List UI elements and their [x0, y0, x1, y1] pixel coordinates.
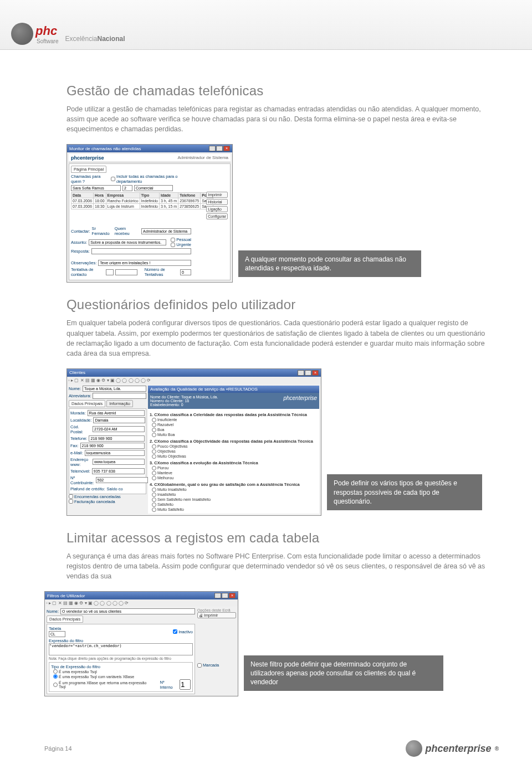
toolbar[interactable]: ◦ ▸ ▢ ✕ ▤ ▦ ◉ ⚙ ▾ ▣ ◯ ◯ ◯ ◯ ◯ ⟳ — [67, 377, 321, 384]
tabela-input[interactable] — [49, 631, 65, 637]
table-header: Data — [71, 193, 94, 198]
clients-window: Clientes _ □ × ◦ ▸ ▢ ✕ ▤ ▦ ◉ ⚙ ▾ ▣ ◯ ◯ ◯… — [66, 368, 321, 516]
expr-textarea[interactable]: "vendedor="+astr(m.ch_vendedor) — [49, 643, 193, 655]
contrib-input[interactable] — [96, 477, 148, 483]
answer-radio[interactable] — [152, 418, 156, 422]
answer-radio[interactable] — [152, 488, 156, 492]
url-input[interactable] — [93, 459, 145, 465]
close-button[interactable]: × — [312, 370, 319, 376]
close-button[interactable]: × — [229, 593, 236, 598]
person-input[interactable] — [71, 185, 121, 191]
table-header: Empresa — [106, 193, 140, 198]
chk-pessoal[interactable] — [171, 238, 175, 242]
chk-enc[interactable] — [69, 494, 73, 499]
side-button[interactable]: Imprimir — [206, 192, 228, 198]
radio-tsql-xbase[interactable] — [53, 674, 58, 679]
label-tentativa: Tentativa de contacto — [71, 267, 104, 277]
answer-radio[interactable] — [152, 466, 156, 470]
filter-name-input[interactable] — [60, 608, 195, 614]
footer-logo-icon — [406, 740, 422, 757]
label-quemrec: Quem recebeu — [115, 226, 140, 236]
email-input[interactable] — [85, 450, 145, 456]
filters-window: Filtros de Utilizador _ □ × ◦ ▸ ▢ ✕ ▤ ▦ … — [44, 591, 238, 696]
answer-radio[interactable] — [152, 493, 156, 497]
fax-input[interactable] — [80, 443, 145, 449]
footer-brand: phcenterprise — [426, 743, 492, 755]
answer-radio[interactable] — [152, 444, 156, 449]
table-header: Tipo — [140, 193, 159, 198]
answer-radio[interactable] — [152, 423, 156, 427]
close-button[interactable]: × — [223, 146, 230, 151]
tel-input[interactable] — [89, 435, 145, 442]
answer-radio[interactable] — [152, 498, 156, 502]
answer-radio[interactable] — [152, 503, 156, 507]
answer-radio[interactable] — [152, 476, 156, 480]
chk-fact[interactable] — [69, 499, 73, 504]
quemrec-input[interactable] — [141, 228, 191, 234]
assunto-input[interactable] — [89, 239, 166, 245]
radio-xbase-prog[interactable] — [53, 683, 58, 687]
window-titlebar[interactable]: Monitor de chamadas não atendidas _ □ × — [67, 145, 232, 152]
maximize-button[interactable]: □ — [305, 370, 311, 376]
numtent-input[interactable] — [180, 269, 191, 275]
resposta-input[interactable] — [91, 248, 191, 254]
question-title: 3. CXomo classifica a evolução da Assist… — [150, 460, 318, 465]
minimize-button[interactable]: _ — [209, 146, 216, 151]
section-1-title: Gestão de chamadas telefónicas — [66, 83, 488, 99]
answer-radio[interactable] — [152, 433, 156, 437]
table-row[interactable]: 07.03.200618:00Rancho FolclóricoIndefini… — [71, 198, 213, 204]
page-footer: Página 14 phcenterprise® — [0, 740, 532, 757]
radio-tsql[interactable] — [53, 669, 58, 674]
label-calls-for: Chamadas para quem ? — [71, 174, 109, 184]
answer-radio[interactable] — [152, 449, 156, 454]
side-button[interactable]: Historial — [206, 199, 228, 205]
dept-input[interactable] — [134, 185, 173, 191]
window-titlebar[interactable]: Filtros de Utilizador _ □ × — [45, 592, 238, 599]
chk-all-calls[interactable] — [111, 177, 115, 181]
maximize-button[interactable]: □ — [222, 593, 228, 598]
maximize-button[interactable]: □ — [216, 146, 223, 151]
side-button[interactable]: Configurar — [206, 213, 228, 219]
window-titlebar[interactable]: Clientes _ □ × — [67, 369, 321, 377]
abrev-input[interactable] — [93, 393, 146, 399]
questionnaire-title: Avaliação da Qualidade de serviço da «RE… — [150, 387, 258, 392]
tagline-bold: Nacional — [98, 35, 125, 43]
imprimir-button[interactable]: 🖨Imprimir — [197, 612, 236, 618]
print-icon: 🖨 — [199, 613, 203, 617]
section-2-text: Em qualquer tabela poderá configurar div… — [66, 318, 488, 358]
toolbar[interactable]: ◦ ▸ ▢ ✕ ▤ ▦ ◉ ⚙ ▾ ▣ ◯ ◯ ◯ ◯ ◯ ⟳ — [45, 599, 238, 607]
ninterno-input[interactable] — [180, 679, 191, 690]
grp-label: Tipo de Expressão do filtro — [51, 664, 191, 669]
telemovel-input[interactable] — [92, 468, 145, 474]
side-button[interactable]: Ligação — [206, 206, 228, 212]
tab-info[interactable]: Informação — [106, 400, 133, 407]
cp-input[interactable] — [93, 426, 145, 432]
chk-marcada[interactable] — [197, 663, 202, 668]
answer-radio[interactable] — [152, 507, 156, 512]
tentativa-time-input[interactable] — [115, 269, 137, 275]
table-header: Idade — [159, 193, 178, 198]
tentativa-icon-input[interactable] — [106, 269, 114, 275]
answer-radio[interactable] — [152, 454, 156, 459]
dept-num-input[interactable] — [122, 185, 132, 191]
nome-input[interactable] — [83, 386, 146, 392]
label-assunto: Assunto: — [71, 240, 87, 245]
label-numtent: Número de Tentativas — [145, 267, 178, 277]
morada-input[interactable] — [88, 410, 145, 416]
section-1-text: Pode utilizar a gestão de chamadas telef… — [66, 104, 488, 134]
chk-urgente[interactable] — [171, 243, 175, 247]
tab-dados[interactable]: Dados Principais — [69, 400, 105, 407]
minimize-button[interactable]: _ — [214, 593, 221, 598]
obs-input[interactable] — [98, 260, 191, 266]
answer-radio[interactable] — [152, 471, 156, 475]
chk-inactivo[interactable] — [173, 629, 177, 634]
minimize-button[interactable]: _ — [298, 370, 304, 376]
tab-dados[interactable]: Dados Principais — [47, 616, 83, 623]
table-row[interactable]: 07.03.200618:30Loja de InstrumIndefinido… — [71, 204, 213, 209]
logo-orb-icon — [11, 23, 33, 45]
brand-row: phcenterprise Administrador de Sistema — [69, 154, 231, 162]
answer-radio[interactable] — [152, 428, 156, 432]
caption-2: Pode definir os vários tipos de questões… — [327, 474, 482, 510]
local-input[interactable] — [93, 417, 145, 423]
tab-main[interactable]: Página Principal — [71, 166, 106, 173]
